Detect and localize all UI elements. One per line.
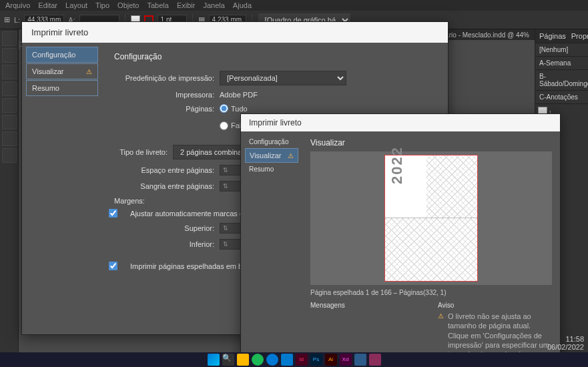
side-resumo[interactable]: Resumo [26,80,98,96]
tool-icon[interactable] [2,131,17,146]
dialog-sidebar: Configuração Visualizar⚠ Resumo [241,131,302,367]
tool-icon[interactable] [2,48,17,63]
app-icon[interactable] [354,354,366,366]
menu-editar[interactable]: Editar [38,1,57,9]
master-b[interactable]: B-Sábado/Domingo [535,70,588,91]
menu-tipo[interactable]: Tipo [95,1,109,9]
system-clock[interactable]: 11:5806/02/2022 [547,335,584,351]
warning-icon: ⚠ [288,152,294,159]
search-icon[interactable]: 🔍 [222,354,234,366]
section-heading: Configuração [114,52,436,61]
illustrator-icon[interactable]: Ai [325,354,337,366]
messages-heading: Mensagens [310,302,424,309]
side-configuracao[interactable]: Configuração [26,47,98,63]
explorer-icon[interactable] [237,354,249,366]
spotify-icon[interactable] [252,354,264,366]
preset-select[interactable]: [Personalizada] [220,71,346,85]
tool-icon[interactable] [2,148,17,163]
tab-propriedades[interactable]: Proprie [571,32,588,40]
dialog-sidebar: Configuração Visualizar⚠ Resumo [22,43,102,316]
print-booklet-preview-dialog: Imprimir livreto Configuração Visualizar… [240,113,561,367]
photoshop-icon[interactable]: Ps [310,354,322,366]
dialog-title: Imprimir livreto [241,114,560,131]
vscode-icon[interactable] [281,354,293,366]
start-icon[interactable] [208,354,220,366]
tool-icon[interactable] [2,31,17,46]
menu-exibir[interactable]: Exibir [177,1,196,9]
menu-layout[interactable]: Layout [65,1,87,9]
page-info: Página espelhada 1 de 166 – Páginas(332,… [310,289,552,296]
xd-icon[interactable]: Xd [340,354,352,366]
menu-objeto[interactable]: Objeto [117,1,139,9]
warnings-heading: Aviso [438,302,552,309]
warning-icon: ⚠ [86,68,92,75]
indesign-icon[interactable]: Id [296,354,308,366]
tool-icon[interactable] [2,81,17,96]
auto-fit-checkbox[interactable] [109,209,117,218]
section-heading: Visualizar [310,138,552,147]
edge-icon[interactable] [266,354,278,366]
spread-preview: 2022 [384,155,478,282]
app-icon[interactable] [369,354,381,366]
pages-all-radio[interactable] [220,104,228,113]
preview-area: 2022 [310,151,552,285]
side-resumo[interactable]: Resumo [245,163,298,175]
master-c[interactable]: C-Anotações [535,91,588,104]
printer-value: Adobe PDF [220,91,436,99]
master-a[interactable]: A-Semana [535,57,588,70]
left-toolbox [0,29,19,352]
menu-janela[interactable]: Janela [203,1,224,9]
tab-paginas[interactable]: Páginas [539,32,566,40]
tool-icon[interactable] [2,115,17,129]
year-text: 2022 [388,146,406,184]
tool-icon[interactable] [2,98,17,113]
anchor-icon[interactable]: ⊞ [4,15,10,24]
menubar: Arquivo Editar Layout Tipo Objeto Tabela… [0,0,588,11]
menu-ajuda[interactable]: Ajuda [233,1,252,9]
master-none[interactable]: [Nenhum] [535,43,588,57]
windows-taskbar: 🔍 Id Ps Ai Xd [0,352,588,367]
menu-arquivo[interactable]: Arquivo [5,1,30,9]
side-visualizar[interactable]: Visualizar⚠ [26,63,98,79]
tool-icon[interactable] [2,65,17,79]
side-configuracao[interactable]: Configuração [245,135,298,148]
side-visualizar[interactable]: Visualizar⚠ [245,148,298,163]
mirror-checkbox[interactable] [109,262,117,270]
menu-tabela[interactable]: Tabela [148,1,169,9]
dialog-title: Imprimir livreto [22,22,448,43]
pages-range-radio[interactable] [220,121,228,130]
